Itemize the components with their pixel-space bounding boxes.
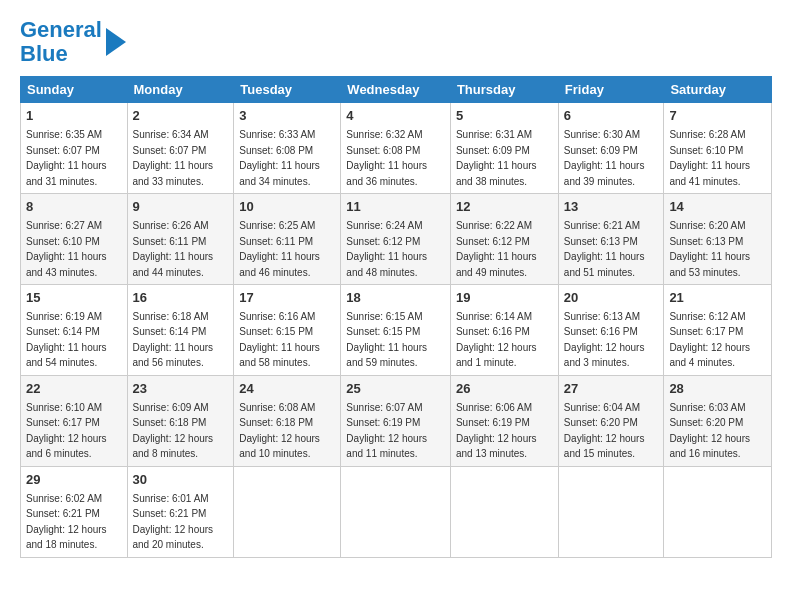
calendar-cell: [341, 466, 451, 557]
logo-general: General: [20, 17, 102, 42]
day-number: 16: [133, 289, 229, 308]
day-info: Sunrise: 6:25 AMSunset: 6:11 PMDaylight:…: [239, 220, 320, 278]
calendar-week-3: 15Sunrise: 6:19 AMSunset: 6:14 PMDayligh…: [21, 285, 772, 376]
day-info: Sunrise: 6:21 AMSunset: 6:13 PMDaylight:…: [564, 220, 645, 278]
day-info: Sunrise: 6:16 AMSunset: 6:15 PMDaylight:…: [239, 311, 320, 369]
day-number: 5: [456, 107, 553, 126]
calendar-header-row: SundayMondayTuesdayWednesdayThursdayFrid…: [21, 77, 772, 103]
calendar-cell: 3Sunrise: 6:33 AMSunset: 6:08 PMDaylight…: [234, 103, 341, 194]
header-tuesday: Tuesday: [234, 77, 341, 103]
day-info: Sunrise: 6:04 AMSunset: 6:20 PMDaylight:…: [564, 402, 645, 460]
day-number: 3: [239, 107, 335, 126]
day-info: Sunrise: 6:20 AMSunset: 6:13 PMDaylight:…: [669, 220, 750, 278]
day-number: 1: [26, 107, 122, 126]
header-thursday: Thursday: [450, 77, 558, 103]
day-number: 18: [346, 289, 445, 308]
day-number: 20: [564, 289, 659, 308]
calendar-cell: 11Sunrise: 6:24 AMSunset: 6:12 PMDayligh…: [341, 194, 451, 285]
day-info: Sunrise: 6:30 AMSunset: 6:09 PMDaylight:…: [564, 129, 645, 187]
header-saturday: Saturday: [664, 77, 772, 103]
calendar-cell: 28Sunrise: 6:03 AMSunset: 6:20 PMDayligh…: [664, 375, 772, 466]
calendar-cell: 18Sunrise: 6:15 AMSunset: 6:15 PMDayligh…: [341, 285, 451, 376]
day-number: 9: [133, 198, 229, 217]
day-info: Sunrise: 6:03 AMSunset: 6:20 PMDaylight:…: [669, 402, 750, 460]
day-number: 17: [239, 289, 335, 308]
day-number: 29: [26, 471, 122, 490]
calendar-cell: 17Sunrise: 6:16 AMSunset: 6:15 PMDayligh…: [234, 285, 341, 376]
calendar-cell: 2Sunrise: 6:34 AMSunset: 6:07 PMDaylight…: [127, 103, 234, 194]
page: General Blue SundayMondayTuesdayWednesda…: [0, 0, 792, 612]
calendar-cell: 20Sunrise: 6:13 AMSunset: 6:16 PMDayligh…: [558, 285, 664, 376]
calendar-cell: 1Sunrise: 6:35 AMSunset: 6:07 PMDaylight…: [21, 103, 128, 194]
calendar-cell: 10Sunrise: 6:25 AMSunset: 6:11 PMDayligh…: [234, 194, 341, 285]
calendar-cell: 16Sunrise: 6:18 AMSunset: 6:14 PMDayligh…: [127, 285, 234, 376]
logo: General Blue: [20, 18, 126, 66]
day-info: Sunrise: 6:18 AMSunset: 6:14 PMDaylight:…: [133, 311, 214, 369]
day-info: Sunrise: 6:35 AMSunset: 6:07 PMDaylight:…: [26, 129, 107, 187]
calendar-cell: 25Sunrise: 6:07 AMSunset: 6:19 PMDayligh…: [341, 375, 451, 466]
day-number: 14: [669, 198, 766, 217]
day-number: 19: [456, 289, 553, 308]
header: General Blue: [20, 18, 772, 66]
day-number: 10: [239, 198, 335, 217]
calendar-cell: 12Sunrise: 6:22 AMSunset: 6:12 PMDayligh…: [450, 194, 558, 285]
day-number: 25: [346, 380, 445, 399]
day-info: Sunrise: 6:13 AMSunset: 6:16 PMDaylight:…: [564, 311, 645, 369]
header-monday: Monday: [127, 77, 234, 103]
day-number: 24: [239, 380, 335, 399]
calendar: SundayMondayTuesdayWednesdayThursdayFrid…: [20, 76, 772, 557]
day-info: Sunrise: 6:02 AMSunset: 6:21 PMDaylight:…: [26, 493, 107, 551]
calendar-cell: 26Sunrise: 6:06 AMSunset: 6:19 PMDayligh…: [450, 375, 558, 466]
logo-blue: Blue: [20, 42, 102, 66]
day-number: 26: [456, 380, 553, 399]
day-info: Sunrise: 6:14 AMSunset: 6:16 PMDaylight:…: [456, 311, 537, 369]
header-sunday: Sunday: [21, 77, 128, 103]
day-info: Sunrise: 6:22 AMSunset: 6:12 PMDaylight:…: [456, 220, 537, 278]
calendar-cell: 7Sunrise: 6:28 AMSunset: 6:10 PMDaylight…: [664, 103, 772, 194]
calendar-cell: 4Sunrise: 6:32 AMSunset: 6:08 PMDaylight…: [341, 103, 451, 194]
calendar-cell: 9Sunrise: 6:26 AMSunset: 6:11 PMDaylight…: [127, 194, 234, 285]
day-info: Sunrise: 6:06 AMSunset: 6:19 PMDaylight:…: [456, 402, 537, 460]
calendar-cell: 8Sunrise: 6:27 AMSunset: 6:10 PMDaylight…: [21, 194, 128, 285]
calendar-cell: 15Sunrise: 6:19 AMSunset: 6:14 PMDayligh…: [21, 285, 128, 376]
day-info: Sunrise: 6:28 AMSunset: 6:10 PMDaylight:…: [669, 129, 750, 187]
calendar-cell: 22Sunrise: 6:10 AMSunset: 6:17 PMDayligh…: [21, 375, 128, 466]
calendar-week-2: 8Sunrise: 6:27 AMSunset: 6:10 PMDaylight…: [21, 194, 772, 285]
calendar-cell: 29Sunrise: 6:02 AMSunset: 6:21 PMDayligh…: [21, 466, 128, 557]
header-friday: Friday: [558, 77, 664, 103]
day-info: Sunrise: 6:33 AMSunset: 6:08 PMDaylight:…: [239, 129, 320, 187]
day-number: 6: [564, 107, 659, 126]
day-info: Sunrise: 6:12 AMSunset: 6:17 PMDaylight:…: [669, 311, 750, 369]
day-info: Sunrise: 6:27 AMSunset: 6:10 PMDaylight:…: [26, 220, 107, 278]
day-number: 27: [564, 380, 659, 399]
day-info: Sunrise: 6:10 AMSunset: 6:17 PMDaylight:…: [26, 402, 107, 460]
day-number: 4: [346, 107, 445, 126]
calendar-cell: 6Sunrise: 6:30 AMSunset: 6:09 PMDaylight…: [558, 103, 664, 194]
day-info: Sunrise: 6:26 AMSunset: 6:11 PMDaylight:…: [133, 220, 214, 278]
calendar-cell: [558, 466, 664, 557]
day-info: Sunrise: 6:07 AMSunset: 6:19 PMDaylight:…: [346, 402, 427, 460]
logo-arrow-icon: [106, 28, 126, 56]
day-number: 2: [133, 107, 229, 126]
day-number: 11: [346, 198, 445, 217]
day-number: 7: [669, 107, 766, 126]
calendar-cell: 5Sunrise: 6:31 AMSunset: 6:09 PMDaylight…: [450, 103, 558, 194]
day-number: 12: [456, 198, 553, 217]
calendar-cell: [450, 466, 558, 557]
day-number: 21: [669, 289, 766, 308]
calendar-cell: 23Sunrise: 6:09 AMSunset: 6:18 PMDayligh…: [127, 375, 234, 466]
day-number: 8: [26, 198, 122, 217]
day-info: Sunrise: 6:15 AMSunset: 6:15 PMDaylight:…: [346, 311, 427, 369]
calendar-cell: 24Sunrise: 6:08 AMSunset: 6:18 PMDayligh…: [234, 375, 341, 466]
calendar-cell: 14Sunrise: 6:20 AMSunset: 6:13 PMDayligh…: [664, 194, 772, 285]
day-number: 15: [26, 289, 122, 308]
day-info: Sunrise: 6:01 AMSunset: 6:21 PMDaylight:…: [133, 493, 214, 551]
calendar-week-5: 29Sunrise: 6:02 AMSunset: 6:21 PMDayligh…: [21, 466, 772, 557]
day-number: 23: [133, 380, 229, 399]
day-info: Sunrise: 6:34 AMSunset: 6:07 PMDaylight:…: [133, 129, 214, 187]
calendar-cell: 27Sunrise: 6:04 AMSunset: 6:20 PMDayligh…: [558, 375, 664, 466]
calendar-cell: 21Sunrise: 6:12 AMSunset: 6:17 PMDayligh…: [664, 285, 772, 376]
day-number: 22: [26, 380, 122, 399]
header-wednesday: Wednesday: [341, 77, 451, 103]
calendar-cell: [234, 466, 341, 557]
